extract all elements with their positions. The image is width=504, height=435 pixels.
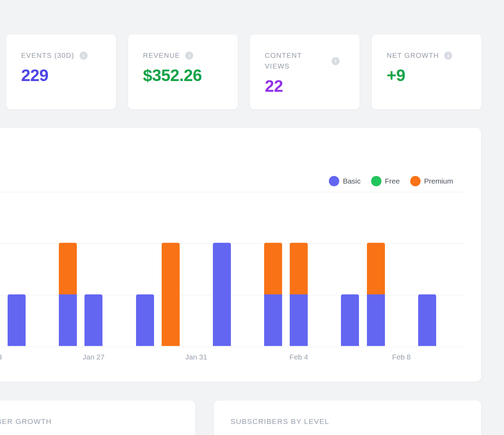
bar-jan-26[interactable] <box>59 243 77 346</box>
bar-segment-basic <box>341 294 359 346</box>
stat-label: CONTENT VIEWS <box>265 50 326 72</box>
stat-value: $352.26 <box>143 67 227 84</box>
stat-card-content-views: CONTENT VIEWS i 22 <box>250 34 360 110</box>
section-title: SUBSCRIBERS BY LEVEL <box>231 417 465 426</box>
stat-card-events: EVENTS (30D) i 229 <box>6 34 116 110</box>
bar-segment-premium <box>59 243 77 294</box>
stat-value: +9 <box>387 67 471 84</box>
x-axis-label: Feb 8 <box>392 353 411 361</box>
x-axis-label: Jan 23 <box>0 353 2 361</box>
stat-label: REVENUE <box>143 50 180 61</box>
signups-chart-card: Basic Free Premium Jan 23Jan 27Jan 31Feb… <box>0 127 482 382</box>
bar-segment-premium <box>290 243 308 294</box>
stat-card-revenue: REVENUE i $352.26 <box>128 34 238 110</box>
section-title: SUBSCRIBER GROWTH <box>0 417 179 426</box>
x-axis-baseline <box>0 347 465 347</box>
chart-plot-area: Jan 23Jan 27Jan 31Feb 4Feb 8 <box>0 128 481 382</box>
x-axis-label: Jan 27 <box>83 353 105 361</box>
bar-segment-basic <box>213 243 231 346</box>
stat-value: 229 <box>21 67 106 84</box>
stat-label: NET GROWTH <box>387 50 439 61</box>
info-icon[interactable]: i <box>332 57 340 65</box>
bar-segment-basic <box>418 294 436 346</box>
bar-feb-6[interactable] <box>341 294 359 346</box>
info-icon[interactable]: i <box>80 52 88 60</box>
x-axis-label: Jan 31 <box>185 353 207 361</box>
bar-segment-basic <box>84 294 102 346</box>
stat-label: EVENTS (30D) <box>21 50 74 61</box>
bar-segment-premium <box>162 243 180 346</box>
bar-jan-29[interactable] <box>136 294 154 346</box>
stat-card-net-growth: NET GROWTH i +9 <box>371 34 482 110</box>
bar-feb-4[interactable] <box>290 243 308 346</box>
bar-segment-premium <box>367 243 385 294</box>
stat-value: 22 <box>265 78 349 95</box>
dashboard-page: EVENTS (30D) i 229 REVENUE i $352.26 CON… <box>0 0 504 435</box>
bar-jan-24[interactable] <box>8 294 26 346</box>
bar-jan-30[interactable] <box>162 243 180 346</box>
bar-feb-9[interactable] <box>418 294 436 346</box>
bar-feb-3[interactable] <box>264 243 282 346</box>
bar-segment-premium <box>264 243 282 294</box>
bar-segment-basic <box>290 294 308 346</box>
subscribers-by-level-card: SUBSCRIBERS BY LEVEL <box>214 400 482 435</box>
info-icon[interactable]: i <box>444 52 452 60</box>
bar-segment-basic <box>264 294 282 346</box>
bar-feb-7[interactable] <box>367 243 385 346</box>
subscriber-growth-card: SUBSCRIBER GROWTH <box>0 400 196 435</box>
bar-segment-basic <box>136 294 154 346</box>
bar-segment-basic <box>367 294 385 346</box>
bar-jan-27[interactable] <box>84 294 102 346</box>
info-icon[interactable]: i <box>185 52 193 60</box>
bar-segment-basic <box>8 294 26 346</box>
x-axis-label: Feb 4 <box>289 353 308 361</box>
gridline <box>0 192 465 192</box>
bar-feb-1[interactable] <box>213 243 231 346</box>
bar-segment-basic <box>59 294 77 346</box>
